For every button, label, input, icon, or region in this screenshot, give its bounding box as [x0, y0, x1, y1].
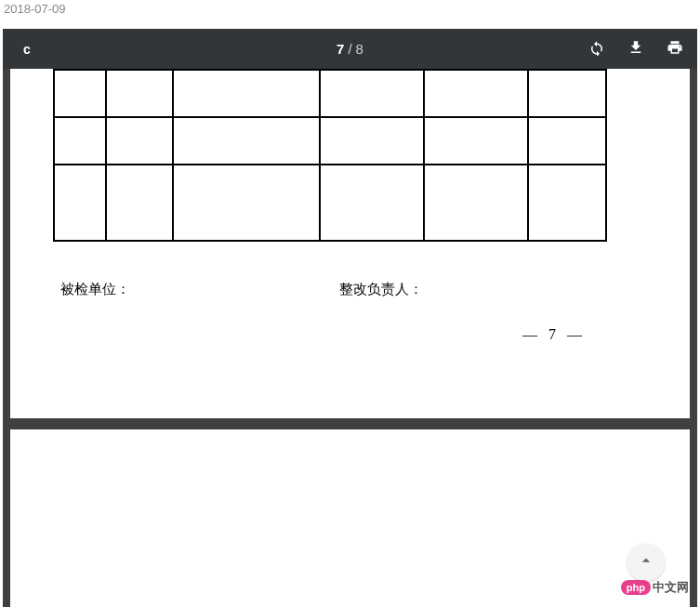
inspected-unit-label: 被检单位：	[60, 281, 130, 298]
table-cell	[173, 70, 320, 117]
table-cell	[320, 70, 424, 117]
scroll-to-top-button[interactable]	[627, 544, 665, 581]
table-cell	[424, 165, 528, 241]
rotate-icon	[588, 39, 605, 59]
table-cell	[106, 165, 173, 241]
print-icon	[667, 39, 683, 59]
table-cell	[54, 117, 106, 165]
page-counter: 7 / 8	[337, 41, 363, 57]
table-cell	[54, 165, 106, 241]
table-row	[54, 165, 606, 241]
print-button[interactable]	[666, 40, 684, 59]
table-cell	[106, 117, 173, 165]
rotate-button[interactable]	[588, 40, 606, 59]
download-icon	[627, 39, 644, 59]
table-cell	[320, 165, 424, 241]
page-separator: /	[348, 41, 351, 57]
arrow-up-icon	[637, 551, 655, 574]
toolbar-actions	[588, 40, 684, 59]
table-cell	[106, 70, 173, 117]
table-row	[54, 117, 606, 165]
table-cell	[173, 117, 320, 165]
table-cell	[424, 117, 528, 165]
table-cell	[424, 70, 528, 117]
site-watermark: php 中文网	[621, 579, 689, 596]
download-button[interactable]	[627, 40, 645, 59]
table-cell	[528, 117, 606, 165]
watermark-badge: php	[621, 580, 651, 595]
pdf-page-7: 被检单位： 整改负责人： — 7 —	[10, 69, 690, 418]
table-cell	[528, 165, 606, 241]
page-date: 2018-07-09	[0, 0, 700, 18]
table-cell	[320, 117, 424, 165]
table-cell	[54, 70, 106, 117]
table-cell	[528, 70, 606, 117]
pdf-toolbar: c 7 / 8	[3, 29, 697, 69]
watermark-text: 中文网	[653, 579, 689, 596]
table-cell	[173, 165, 320, 241]
pages-container[interactable]: 被检单位： 整改负责人： — 7 —	[3, 69, 697, 607]
pdf-viewer: c 7 / 8	[3, 29, 697, 607]
person-in-charge-label: 整改负责人：	[339, 281, 423, 298]
current-page-number: 7	[337, 41, 344, 57]
pdf-page-8	[10, 429, 690, 607]
document-page-number: — 7 —	[522, 326, 586, 343]
table-row	[54, 70, 606, 117]
form-table	[53, 69, 607, 242]
document-title: c	[3, 42, 31, 57]
total-pages: 8	[356, 41, 363, 57]
